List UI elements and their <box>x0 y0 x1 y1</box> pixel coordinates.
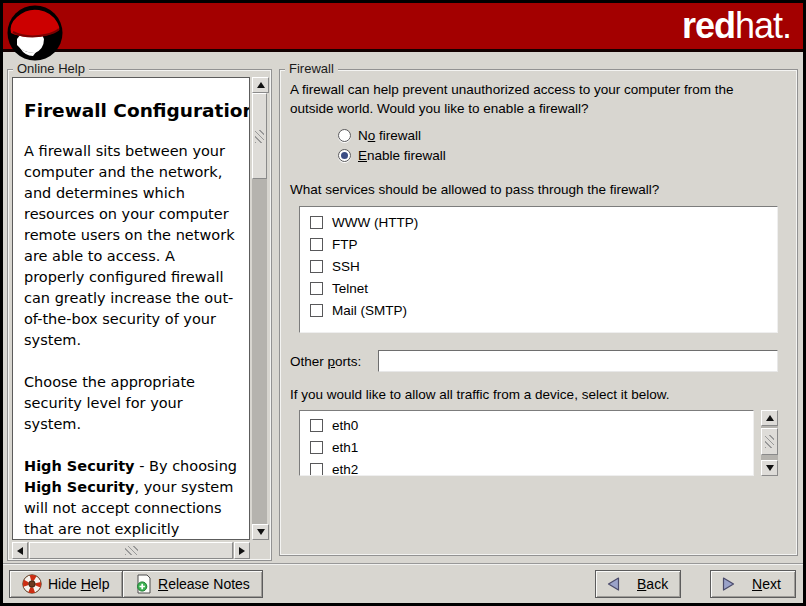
help-scroll-area: Firewall Configuration A firewall sits b… <box>12 77 267 556</box>
checkbox-icon[interactable] <box>310 216 323 229</box>
radio-button-selected-icon[interactable] <box>338 149 351 162</box>
life-preserver-icon <box>22 574 42 594</box>
left-arrow-icon <box>17 547 23 555</box>
down-arrow-icon <box>766 465 774 471</box>
button-bar: Hide Help Release Notes Back <box>3 563 803 603</box>
help-content: Firewall Configuration A firewall sits b… <box>12 77 250 540</box>
firewall-content: A firewall can help prevent unauthorized… <box>290 80 785 555</box>
device-row-eth0[interactable]: eth0 <box>300 414 753 436</box>
installer-window: redhat. Online Help Firewall Configurati… <box>0 0 806 606</box>
scrollbar-trough[interactable] <box>252 93 267 524</box>
scrollbar-thumb[interactable] <box>29 542 233 559</box>
main-area: Online Help Firewall Configuration A fir… <box>3 55 803 563</box>
checkbox-icon[interactable] <box>310 282 323 295</box>
help-title: Firewall Configuration <box>24 100 238 121</box>
devices-list-wrap: eth0 eth1 eth2 <box>299 410 778 476</box>
service-label: FTP <box>332 237 358 252</box>
next-label: Next <box>752 576 781 592</box>
help-paragraph-3: High Security - By choosing High Securit… <box>24 456 238 540</box>
radio-enable-firewall-label: Enable firewall <box>358 148 446 163</box>
device-label: eth2 <box>332 462 358 477</box>
back-label: Back <box>637 576 668 592</box>
checkbox-icon[interactable] <box>310 238 323 251</box>
radio-button-icon[interactable] <box>338 129 351 142</box>
next-arrow-icon <box>721 576 736 592</box>
back-button[interactable]: Back <box>595 570 681 598</box>
down-arrow-icon <box>257 529 265 535</box>
release-notes-document-icon <box>135 574 152 594</box>
scrollbar-trough[interactable] <box>28 542 234 559</box>
help-bold-2: High Security <box>24 479 135 495</box>
up-arrow-icon <box>766 415 774 421</box>
help-text-1: - By choosing <box>135 458 237 474</box>
help-paragraph-1: A firewall sits between your computer an… <box>24 141 238 351</box>
checkbox-icon[interactable] <box>310 260 323 273</box>
scroll-down-button[interactable] <box>761 460 778 476</box>
radio-no-firewall[interactable]: No firewall <box>338 125 785 145</box>
service-label: WWW (HTTP) <box>332 215 418 230</box>
services-list[interactable]: WWW (HTTP) FTP SSH Telnet <box>299 206 778 333</box>
next-button[interactable]: Next <box>710 570 796 598</box>
hide-help-label: Hide Help <box>48 576 110 592</box>
devices-list[interactable]: eth0 eth1 eth2 <box>299 410 754 476</box>
help-paragraph-2: Choose the appropriate security level fo… <box>24 372 238 435</box>
hide-help-button[interactable]: Hide Help <box>9 570 123 598</box>
help-vertical-scrollbar[interactable] <box>252 77 267 540</box>
device-row-eth2[interactable]: eth2 <box>300 458 753 476</box>
devices-vertical-scrollbar[interactable] <box>761 410 778 476</box>
checkbox-icon[interactable] <box>310 441 323 454</box>
right-arrow-icon <box>239 547 245 555</box>
release-notes-label: Release Notes <box>158 576 250 592</box>
devices-question: If you would like to allow all traffic f… <box>290 387 785 402</box>
service-label: Telnet <box>332 281 368 296</box>
scroll-down-button[interactable] <box>252 524 269 540</box>
scrollbar-thumb[interactable] <box>252 93 267 179</box>
services-question: What services should be allowed to pass … <box>290 182 785 197</box>
device-row-eth1[interactable]: eth1 <box>300 436 753 458</box>
help-bold-1: High Security <box>24 458 135 474</box>
radio-enable-firewall[interactable]: Enable firewall <box>338 145 785 165</box>
online-help-frame: Online Help Firewall Configuration A fir… <box>7 69 272 561</box>
service-label: SSH <box>332 259 360 274</box>
service-row-telnet[interactable]: Telnet <box>300 277 777 299</box>
firewall-frame: Firewall A firewall can help prevent una… <box>279 69 798 556</box>
wordmark-red: red <box>682 5 735 46</box>
service-row-www[interactable]: WWW (HTTP) <box>300 211 777 233</box>
scrollbar-trough[interactable] <box>761 426 778 460</box>
service-label: Mail (SMTP) <box>332 303 407 318</box>
scrollbar-thumb[interactable] <box>761 428 778 455</box>
checkbox-icon[interactable] <box>310 304 323 317</box>
redhat-wordmark: redhat. <box>682 5 791 47</box>
other-ports-row: Other ports: <box>290 350 785 372</box>
checkbox-icon[interactable] <box>310 419 323 432</box>
wordmark-hat: hat. <box>735 5 791 46</box>
redhat-shadowman-logo <box>6 4 64 66</box>
scroll-left-button[interactable] <box>12 542 28 559</box>
up-arrow-icon <box>257 82 265 88</box>
scroll-up-button[interactable] <box>252 77 269 93</box>
radio-no-firewall-label: No firewall <box>358 128 421 143</box>
service-row-mail[interactable]: Mail (SMTP) <box>300 299 777 321</box>
scroll-up-button[interactable] <box>761 410 778 426</box>
scroll-right-button[interactable] <box>234 542 250 559</box>
checkbox-icon[interactable] <box>310 463 323 476</box>
service-row-ssh[interactable]: SSH <box>300 255 777 277</box>
release-notes-button[interactable]: Release Notes <box>122 570 263 598</box>
service-row-ftp[interactable]: FTP <box>300 233 777 255</box>
help-horizontal-scrollbar[interactable] <box>12 542 250 556</box>
firewall-radio-group: No firewall Enable firewall <box>338 125 785 165</box>
other-ports-input[interactable] <box>378 350 778 372</box>
other-ports-label: Other ports: <box>290 354 378 369</box>
title-banner: redhat. <box>3 3 803 52</box>
firewall-intro-text: A firewall can help prevent unauthorized… <box>290 80 768 118</box>
device-label: eth0 <box>332 418 358 433</box>
device-label: eth1 <box>332 440 358 455</box>
back-arrow-icon <box>606 576 621 592</box>
firewall-frame-label: Firewall <box>285 61 338 76</box>
